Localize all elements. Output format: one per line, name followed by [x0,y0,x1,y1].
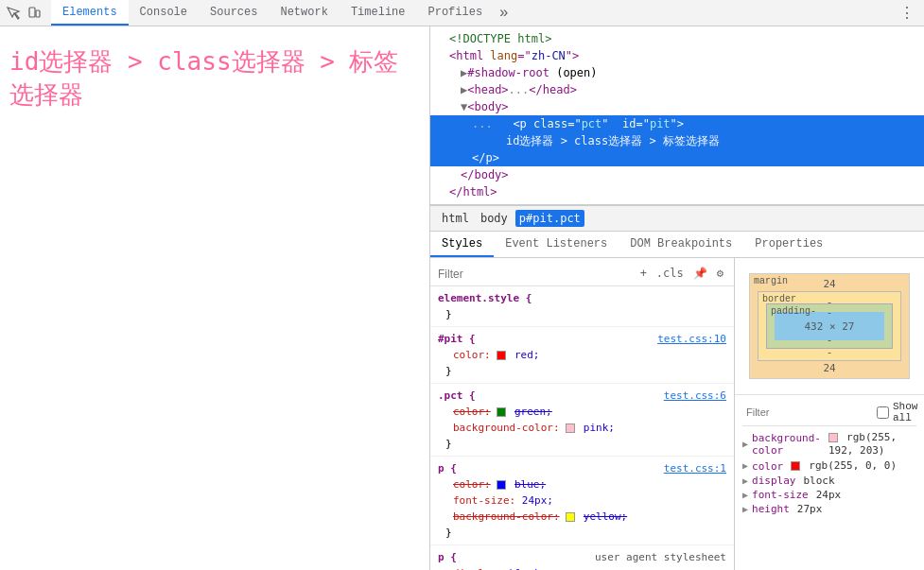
tab-timeline[interactable]: Timeline [340,0,417,26]
color-swatch-blue[interactable] [497,480,506,490]
styles-content: + .cls 📌 ⚙ element.style { } [430,258,924,570]
tab-styles[interactable]: Styles [430,232,494,257]
color-swatch-pink[interactable] [566,423,575,433]
color-swatch-green[interactable] [497,407,506,417]
rule-close-element-style: } [438,306,726,322]
inspect-element-icon[interactable] [4,4,23,23]
rule-source-pit[interactable]: test.css:10 [657,331,726,347]
rule-selector-pct[interactable]: .pct { [438,389,476,402]
tab-event-listeners[interactable]: Event Listeners [494,232,619,257]
rule-prop-p-color: color: blue; [438,476,726,492]
rule-header-pit: test.css:10 #pit { [438,331,726,347]
rule-close-pct: } [438,436,726,452]
rule-prop-pct-bg: background-color: pink; [438,420,726,436]
computed-swatch-bg[interactable] [828,433,838,442]
devtools-icon-group [4,4,44,23]
tree-doctype: <!DOCTYPE html> [430,30,924,47]
margin-top-val: 24 [823,278,835,290]
rule-prop-pit-color: color: red; [438,347,726,363]
computed-prop-display: ▶ display block [742,474,916,488]
computed-filter-input[interactable] [746,406,877,418]
more-tabs-button[interactable]: » [494,5,514,22]
tree-selected-element[interactable]: ... <p class="pct" id="pit"> [430,115,924,132]
computed-prop-color: ▶ color rgb(255, 0, 0) [742,458,916,474]
rule-selector-pit[interactable]: #pit { [438,333,476,345]
device-toolbar-icon[interactable] [25,4,44,23]
expand-height[interactable]: ▶ [742,504,748,515]
tab-elements[interactable]: Elements [51,0,129,26]
element-breadcrumb: html body p#pit.pct [430,205,924,232]
expand-fontsize[interactable]: ▶ [742,490,748,501]
computed-prop-height: ▶ height 27px [742,502,916,516]
tree-selected-element-content: id选择器 > class选择器 > 标签选择器 [430,132,924,149]
rule-close-p-test: } [438,525,726,541]
devtools-tabs: Elements Console Sources Network Timelin… [51,0,894,26]
svg-rect-0 [29,8,35,17]
tab-profiles[interactable]: Profiles [416,0,494,26]
filter-bar: + .cls 📌 ⚙ [430,262,734,286]
elements-tree[interactable]: <!DOCTYPE html> <html lang="zh-CN"> ▶#sh… [430,26,924,205]
padding-top-val: - [827,306,833,319]
tab-properties[interactable]: Properties [743,232,834,257]
rule-prop-p-bg: background-color: yellow; [438,509,726,525]
breadcrumb-html[interactable]: html [438,210,473,227]
rule-pct: test.css:6 .pct { color: green; backgrou… [430,384,734,457]
add-style-rule-button[interactable]: + [637,265,650,283]
styles-tabs: Styles Event Listeners DOM Breakpoints P… [430,232,924,258]
show-all-checkbox[interactable] [877,406,889,419]
pin-button[interactable]: 📌 [690,265,710,283]
cls-toggle-button[interactable]: .cls [654,265,687,283]
breadcrumb-body[interactable]: body [477,210,512,227]
filter-input[interactable] [438,268,637,281]
tab-console[interactable]: Console [129,0,199,26]
computed-section: Show all ▶ background-color rgb(255, 192… [735,394,924,520]
margin-bottom-val: 24 [823,362,835,374]
devtools-menu-button[interactable]: ⋮ [894,4,920,23]
tab-sources[interactable]: Sources [199,0,269,26]
color-swatch-yellow[interactable] [566,512,575,522]
tab-dom-breakpoints[interactable]: DOM Breakpoints [619,232,743,257]
computed-prop-fontsize: ▶ font-size 24px [742,488,916,502]
rule-header-pct: test.css:6 .pct { [438,388,726,404]
rule-prop-ua-display: display: block; [438,565,726,570]
padding-bottom-val: - [827,334,833,346]
rule-selector-p-test[interactable]: p { [438,462,457,475]
computed-swatch-color[interactable] [791,461,800,471]
computed-filter-bar: Show all [742,399,916,426]
main-area: id选择器 > class选择器 > 标签选择器 <!DOCTYPE html>… [0,26,924,570]
expand-bg-color[interactable]: ▶ [742,439,748,450]
expand-display[interactable]: ▶ [742,475,748,487]
rule-close-pit: } [438,363,726,379]
expand-color[interactable]: ▶ [742,460,748,472]
tree-body[interactable]: ▼<body> [430,98,924,115]
rule-element-style: element.style { } [430,286,734,327]
tree-body-close: </body> [430,166,924,183]
computed-prop-bg-color: ▶ background-color rgb(255, 192, 203) [742,430,916,458]
box-model-panel: margin 24 border - padding- - [735,258,924,570]
tree-head[interactable]: ▶<head>...</head> [430,81,924,98]
rule-source-p-test[interactable]: test.css:1 [664,460,726,476]
page-preview: id选择器 > class选择器 > 标签选择器 [0,26,430,570]
show-all-label[interactable]: Show all [877,401,917,423]
border-bottom-val: - [827,346,833,358]
rule-header-p-ua: user agent stylesheet p { [438,549,726,565]
tab-network[interactable]: Network [269,0,339,26]
color-swatch-red[interactable] [497,351,506,360]
tree-html[interactable]: <html lang="zh-CN"> [430,47,924,64]
tree-p-close: </p> [430,149,924,166]
filter-icons: + .cls 📌 ⚙ [637,265,726,283]
rule-prop-p-fontsize: font-size: 24px; [438,492,726,509]
rule-p-test: test.css:1 p { color: blue; font-size: 2… [430,457,734,545]
rule-header-p-test: test.css:1 p { [438,460,726,476]
css-rules-panel[interactable]: + .cls 📌 ⚙ element.style { } [430,258,735,570]
box-model-container: margin 24 border - padding- - [735,258,924,394]
settings-button[interactable]: ⚙ [714,265,726,283]
tree-html-close: </html> [430,183,924,200]
tree-shadow-root[interactable]: ▶#shadow-root (open) [430,64,924,81]
devtools-panel: <!DOCTYPE html> <html lang="zh-CN"> ▶#sh… [430,26,924,570]
rule-source-pct[interactable]: test.css:6 [664,388,726,404]
rule-selector-p-ua: p { [438,551,457,563]
devtools-tab-bar: Elements Console Sources Network Timelin… [0,0,924,26]
breadcrumb-p[interactable]: p#pit.pct [515,210,584,227]
rule-source-ua: user agent stylesheet [595,549,726,565]
